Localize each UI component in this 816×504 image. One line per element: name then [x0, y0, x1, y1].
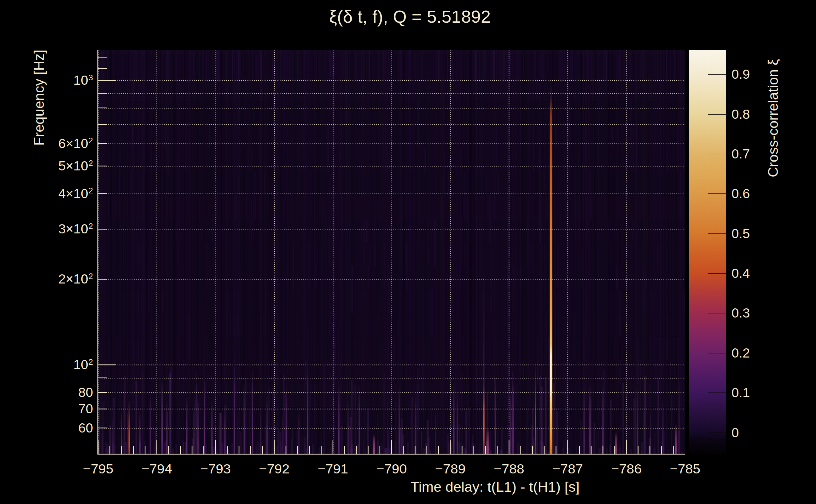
colorbar-tick-label: 0.1 — [732, 385, 779, 400]
y-tick-label: 60 — [0, 420, 93, 436]
colorbar-tick — [708, 353, 726, 353]
canvas-window: ξ(δ t, f), Q = 5.51892 Frequency [Hz] 10… — [0, 0, 816, 504]
colorbar-tick — [708, 392, 726, 393]
colorbar-tick-label: 0.2 — [732, 346, 779, 361]
x-tick-label: −794 — [133, 461, 180, 477]
colorbar-tick — [708, 273, 726, 274]
x-tick-label: −795 — [74, 461, 122, 477]
colorbar — [689, 50, 726, 455]
y-tick-label: 2×102 — [0, 271, 93, 287]
x-tick-label: −785 — [662, 461, 709, 477]
y-tick-label: 4×102 — [0, 186, 93, 202]
colorbar-tick-label: 0.3 — [732, 306, 779, 321]
y-tick-label: 6×102 — [0, 135, 93, 152]
x-tick-label: −788 — [485, 461, 532, 477]
x-tick-label: −789 — [427, 461, 474, 477]
x-axis-title: Time delay: t(L1) - t(H1) [s] — [366, 479, 624, 495]
y-axis-title: Frequency [Hz] — [31, 46, 47, 150]
colorbar-tick-label: 0.5 — [732, 226, 779, 241]
colorbar-tick — [708, 313, 726, 313]
y-tick-label: 80 — [0, 384, 93, 401]
colorbar-tick — [708, 74, 726, 75]
x-tick-label: −786 — [603, 461, 650, 477]
y-tick-label: 102 — [0, 357, 93, 373]
y-tick-label: 5×102 — [0, 158, 93, 174]
colorbar-tick — [708, 114, 726, 115]
colorbar-tick — [708, 432, 726, 433]
y-tick-label: 103 — [0, 72, 93, 89]
x-tick-label: −790 — [368, 461, 415, 477]
chart-title: ξ(δ t, f), Q = 5.51892 — [221, 6, 599, 27]
colorbar-tick-label: 0 — [732, 425, 779, 440]
x-tick-label: −792 — [251, 461, 298, 477]
heatmap-canvas — [97, 50, 685, 455]
colorbar-tick — [708, 233, 726, 234]
x-tick-label: −791 — [309, 461, 357, 477]
colorbar-tick — [708, 193, 726, 194]
colorbar-title: Cross-correlation ξ — [763, 44, 783, 192]
y-tick-label: 70 — [0, 401, 93, 417]
y-tick-label: 3×102 — [0, 221, 93, 237]
x-tick-label: −787 — [544, 461, 591, 477]
colorbar-tick — [708, 154, 726, 154]
x-tick-label: −793 — [192, 461, 239, 477]
colorbar-tick-label: 0.4 — [732, 266, 779, 281]
